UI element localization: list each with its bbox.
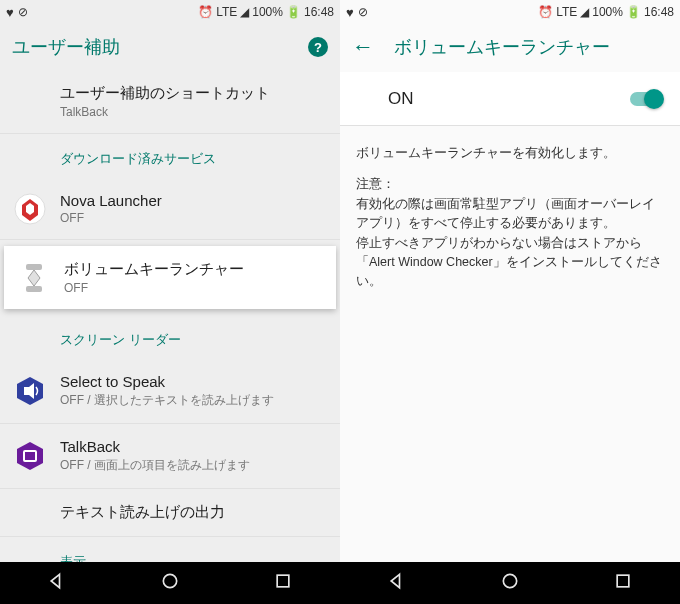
desc-line-1: ボリュームキーランチャーを有効化します。 — [356, 144, 664, 163]
signal-icon: ◢ — [240, 5, 249, 19]
no-symbol-icon: ⊘ — [358, 5, 368, 19]
item-title: TalkBack — [60, 438, 324, 455]
select-to-speak-item[interactable]: Select to Speak OFF / 選択したテキストを読み上げます — [0, 359, 340, 424]
item-title: ボリュームキーランチャー — [64, 260, 320, 279]
svg-marker-5 — [28, 270, 40, 286]
section-display: 表示 — [0, 537, 340, 562]
item-sub: OFF / 選択したテキストを読み上げます — [60, 392, 324, 409]
home-button[interactable] — [500, 571, 520, 595]
svg-rect-10 — [277, 575, 289, 587]
heart-icon: ♥ — [346, 5, 354, 20]
master-toggle-row[interactable]: ON — [340, 72, 680, 126]
page-title: ユーザー補助 — [12, 35, 120, 59]
back-button[interactable] — [47, 571, 67, 595]
status-bar: ♥ ⊘ ⏰ LTE ◢ 100% 🔋 16:48 — [340, 0, 680, 24]
select-to-speak-icon — [14, 375, 46, 407]
alarm-icon: ⏰ — [538, 5, 553, 19]
battery-icon: 🔋 — [286, 5, 301, 19]
signal-icon: ◢ — [580, 5, 589, 19]
battery-icon: 🔋 — [626, 5, 641, 19]
nav-bar — [340, 562, 680, 604]
desc-line-2: 注意： 有効化の際は画面常駐型アプリ（画面オーバーレイアプリ）をすべて停止する必… — [356, 175, 664, 291]
talkback-item[interactable]: TalkBack OFF / 画面上の項目を読み上げます — [0, 424, 340, 489]
toggle-label: ON — [388, 89, 414, 109]
recents-button[interactable] — [273, 571, 293, 595]
section-downloaded: ダウンロード済みサービス — [0, 134, 340, 178]
item-title: ユーザー補助のショートカット — [60, 84, 324, 103]
nova-launcher-icon — [14, 193, 46, 225]
accessibility-shortcut-item[interactable]: ユーザー補助のショートカット TalkBack — [0, 70, 340, 134]
volume-key-launcher-icon — [18, 262, 50, 294]
switch-thumb — [644, 89, 664, 109]
home-button[interactable] — [160, 571, 180, 595]
detail-description: ボリュームキーランチャーを有効化します。 注意： 有効化の際は画面常駐型アプリ（… — [340, 126, 680, 322]
nav-bar — [0, 562, 340, 604]
svg-point-11 — [503, 574, 516, 587]
svg-rect-3 — [26, 264, 42, 270]
item-title: Select to Speak — [60, 373, 324, 390]
lte-icon: LTE — [556, 5, 577, 19]
alarm-icon: ⏰ — [198, 5, 213, 19]
left-screen: ♥ ⊘ ⏰ LTE ◢ 100% 🔋 16:48 ユーザー補助 ? ユーザー補助… — [0, 0, 340, 604]
lte-icon: LTE — [216, 5, 237, 19]
recents-button[interactable] — [613, 571, 633, 595]
toggle-switch[interactable] — [628, 89, 664, 109]
item-sub: OFF — [60, 211, 324, 225]
svg-rect-12 — [617, 575, 629, 587]
right-screen: ♥ ⊘ ⏰ LTE ◢ 100% 🔋 16:48 ← ボリュームキーランチャー … — [340, 0, 680, 604]
settings-list: ユーザー補助のショートカット TalkBack ダウンロード済みサービス Nov… — [0, 70, 340, 562]
item-title: Nova Launcher — [60, 192, 324, 209]
heart-icon: ♥ — [6, 5, 14, 20]
item-sub: OFF — [64, 281, 320, 295]
battery-text: 100% — [592, 5, 623, 19]
talkback-icon — [14, 440, 46, 472]
back-button[interactable] — [387, 571, 407, 595]
app-bar: ← ボリュームキーランチャー — [340, 24, 680, 70]
back-arrow-icon[interactable]: ← — [352, 34, 374, 60]
svg-rect-4 — [26, 286, 42, 292]
app-bar: ユーザー補助 ? — [0, 24, 340, 70]
volume-key-launcher-item[interactable]: ボリュームキーランチャー OFF — [4, 246, 336, 309]
no-symbol-icon: ⊘ — [18, 5, 28, 19]
section-reader: スクリーン リーダー — [0, 315, 340, 359]
item-sub: OFF / 画面上の項目を読み上げます — [60, 457, 324, 474]
item-title: テキスト読み上げの出力 — [60, 503, 324, 522]
svg-marker-7 — [17, 442, 43, 470]
nova-launcher-item[interactable]: Nova Launcher OFF — [0, 178, 340, 240]
clock-text: 16:48 — [644, 5, 674, 19]
clock-text: 16:48 — [304, 5, 334, 19]
item-sub: TalkBack — [60, 105, 324, 119]
tts-output-item[interactable]: テキスト読み上げの出力 — [0, 489, 340, 537]
status-bar: ♥ ⊘ ⏰ LTE ◢ 100% 🔋 16:48 — [0, 0, 340, 24]
battery-text: 100% — [252, 5, 283, 19]
page-title: ボリュームキーランチャー — [394, 35, 610, 59]
help-icon[interactable]: ? — [308, 37, 328, 57]
svg-point-9 — [163, 574, 176, 587]
